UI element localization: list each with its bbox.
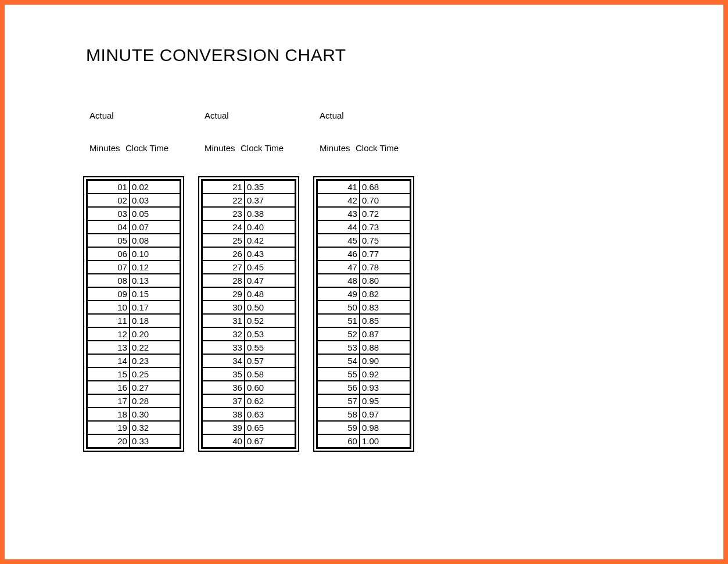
table-row: 290.48 (202, 287, 295, 301)
minutes-cell: 07 (87, 260, 130, 274)
minutes-cell: 53 (317, 341, 360, 354)
table-row: 130.22 (87, 341, 180, 354)
table-row: 420.70 (317, 194, 410, 207)
header-actual: Actual (320, 110, 356, 122)
table-row: 150.25 (87, 367, 180, 381)
header-actual: Actual (89, 110, 125, 122)
table-row: 520.87 (317, 327, 410, 341)
conversion-table-1: 010.02 020.03 030.05 040.07 050.08 060.1… (86, 179, 181, 449)
table-row: 260.43 (202, 247, 295, 260)
clock-cell: 0.88 (360, 341, 410, 354)
clock-cell: 0.08 (130, 234, 180, 247)
minutes-cell: 34 (202, 354, 245, 367)
minutes-cell: 27 (202, 260, 245, 274)
minutes-cell: 39 (202, 421, 245, 434)
clock-cell: 0.92 (360, 367, 410, 381)
table-row: 200.33 (87, 434, 180, 448)
table-row: 070.12 (87, 260, 180, 274)
clock-cell: 0.82 (360, 287, 410, 301)
table-row: 320.53 (202, 327, 295, 341)
minutes-cell: 35 (202, 367, 245, 381)
table-row: 060.10 (87, 247, 180, 260)
minutes-cell: 15 (87, 367, 130, 381)
minutes-cell: 60 (317, 434, 360, 448)
column-3: Actual Minutes Clock Time 410.68 420.70 … (316, 88, 414, 449)
minutes-cell: 46 (317, 247, 360, 260)
clock-cell: 0.40 (245, 220, 295, 234)
minutes-cell: 48 (317, 274, 360, 287)
minutes-cell: 42 (317, 194, 360, 207)
table-row: 190.32 (87, 421, 180, 434)
table-row: 430.72 (317, 207, 410, 220)
table-row: 480.80 (317, 274, 410, 287)
minutes-cell: 51 (317, 314, 360, 327)
clock-cell: 0.72 (360, 207, 410, 220)
clock-cell: 0.37 (245, 194, 295, 207)
minutes-cell: 11 (87, 314, 130, 327)
table-row: 400.67 (202, 434, 295, 448)
header-minutes: Minutes (89, 143, 125, 154)
table-row: 160.27 (87, 381, 180, 394)
clock-cell: 0.45 (245, 260, 295, 274)
clock-cell: 0.58 (245, 367, 295, 381)
header-clock-time: Clock Time (125, 143, 168, 154)
clock-cell: 0.67 (245, 434, 295, 448)
minutes-cell: 10 (87, 301, 130, 314)
minutes-cell: 20 (87, 434, 130, 448)
document-page: MINUTE CONVERSION CHART Actual Minutes C… (5, 5, 723, 449)
clock-cell: 0.33 (130, 434, 180, 448)
table-row: 410.68 (317, 180, 410, 194)
table-row: 120.20 (87, 327, 180, 341)
table-row: 440.73 (317, 220, 410, 234)
table-row: 220.37 (202, 194, 295, 207)
minutes-cell: 19 (87, 421, 130, 434)
table-row: 370.62 (202, 394, 295, 408)
clock-cell: 0.95 (360, 394, 410, 408)
table-columns: Actual Minutes Clock Time 010.02 020.03 … (86, 88, 723, 449)
clock-cell: 0.65 (245, 421, 295, 434)
minutes-cell: 25 (202, 234, 245, 247)
clock-cell: 0.07 (130, 220, 180, 234)
table-row: 500.83 (317, 301, 410, 314)
minutes-cell: 02 (87, 194, 130, 207)
table-row: 350.58 (202, 367, 295, 381)
clock-cell: 0.15 (130, 287, 180, 301)
minutes-cell: 40 (202, 434, 245, 448)
clock-cell: 0.98 (360, 421, 410, 434)
table-row: 601.00 (317, 434, 410, 448)
table-row: 040.07 (87, 220, 180, 234)
clock-cell: 0.05 (130, 207, 180, 220)
minutes-cell: 01 (87, 180, 130, 194)
clock-cell: 0.80 (360, 274, 410, 287)
table-row: 310.52 (202, 314, 295, 327)
table-row: 080.13 (87, 274, 180, 287)
table-row: 580.97 (317, 408, 410, 421)
minutes-cell: 28 (202, 274, 245, 287)
clock-cell: 0.47 (245, 274, 295, 287)
clock-cell: 0.73 (360, 220, 410, 234)
clock-cell: 0.78 (360, 260, 410, 274)
table-row: 360.60 (202, 381, 295, 394)
clock-cell: 0.20 (130, 327, 180, 341)
column-header: Actual Minutes Clock Time (205, 88, 299, 176)
minutes-cell: 56 (317, 381, 360, 394)
clock-cell: 0.83 (360, 301, 410, 314)
clock-cell: 0.27 (130, 381, 180, 394)
table-row: 460.77 (317, 247, 410, 260)
clock-cell: 0.35 (245, 180, 295, 194)
minutes-cell: 38 (202, 408, 245, 421)
table-row: 030.05 (87, 207, 180, 220)
table-row: 560.93 (317, 381, 410, 394)
clock-cell: 0.57 (245, 354, 295, 367)
table-row: 270.45 (202, 260, 295, 274)
minutes-cell: 17 (87, 394, 130, 408)
table-row: 340.57 (202, 354, 295, 367)
clock-cell: 0.10 (130, 247, 180, 260)
minutes-cell: 04 (87, 220, 130, 234)
minutes-cell: 45 (317, 234, 360, 247)
clock-cell: 0.77 (360, 247, 410, 260)
clock-cell: 0.68 (360, 180, 410, 194)
table-row: 330.55 (202, 341, 295, 354)
column-2: Actual Minutes Clock Time 210.35 220.37 … (201, 88, 299, 449)
clock-cell: 0.17 (130, 301, 180, 314)
